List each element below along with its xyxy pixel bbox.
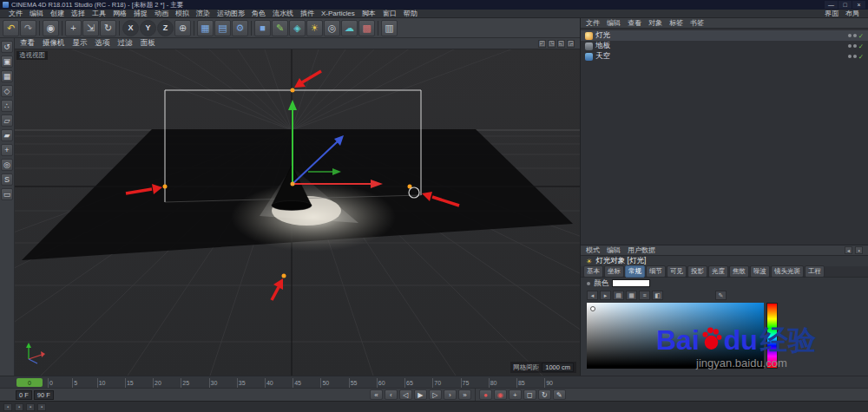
menu-plugins[interactable]: 插件 xyxy=(297,9,318,18)
tab-noise[interactable]: 噪波 xyxy=(750,265,770,278)
menu-select[interactable]: 选择 xyxy=(68,9,89,18)
record-parameter-button[interactable]: ✎ xyxy=(553,389,566,400)
history-back-icon[interactable]: ◂ xyxy=(845,246,852,254)
menu-help[interactable]: 帮助 xyxy=(400,9,421,18)
texture-mode-button[interactable]: ▦ xyxy=(1,70,13,82)
next-key-button[interactable]: › xyxy=(444,389,457,400)
om-menu-file[interactable]: 文件 xyxy=(586,18,600,28)
color-swatch[interactable] xyxy=(612,279,650,287)
add-light-button[interactable]: ☀ xyxy=(306,20,323,36)
add-spline-button[interactable]: ✎ xyxy=(272,20,288,36)
tab-visibility[interactable]: 可见 xyxy=(667,265,687,278)
scale-button[interactable]: ⇲ xyxy=(82,20,99,36)
lock-icon[interactable]: ▪ xyxy=(855,246,863,254)
swatches-icon[interactable]: ▤ xyxy=(613,291,624,300)
live-selection-button[interactable]: ◉ xyxy=(43,20,59,36)
editor-visibility-dot[interactable] xyxy=(848,44,852,48)
back-arrow-icon[interactable]: ◂ xyxy=(587,291,598,300)
menu-script[interactable]: 脚本 xyxy=(358,9,379,18)
am-menu-mode[interactable]: 模式 xyxy=(586,245,600,255)
layer-icon[interactable]: ▪ xyxy=(15,403,23,411)
tab-basic[interactable]: 基本 xyxy=(583,265,603,278)
tab-shadow[interactable]: 投影 xyxy=(687,265,707,278)
timeline-playhead[interactable]: 0 xyxy=(16,378,43,387)
vp-menu-options[interactable]: 选项 xyxy=(95,38,110,49)
minimize-button[interactable]: — xyxy=(825,1,838,9)
pane-layout-icon[interactable]: ◰ xyxy=(538,40,546,48)
vp-menu-view[interactable]: 查看 xyxy=(20,38,35,49)
add-cube-button[interactable]: ■ xyxy=(254,20,271,36)
vp-menu-camera[interactable]: 摄像机 xyxy=(43,38,65,49)
workplane-lock-button[interactable]: ▭ xyxy=(1,188,13,200)
light-object-icon[interactable] xyxy=(585,32,593,40)
lock-z-button[interactable]: Z xyxy=(157,20,174,36)
menu-pipeline[interactable]: 流水线 xyxy=(269,9,297,18)
tab-general[interactable]: 常规 xyxy=(625,265,645,278)
sky-object-icon[interactable] xyxy=(585,53,593,61)
falloff-handle-dot[interactable] xyxy=(282,274,286,278)
pane-layout-icon[interactable]: ◳ xyxy=(548,40,556,48)
record-position-button[interactable]: + xyxy=(509,389,522,400)
frame-end-field[interactable]: 90 F xyxy=(34,390,54,400)
lock-icon[interactable]: ▪ xyxy=(26,403,35,411)
vp-menu-panel[interactable]: 面板 xyxy=(141,38,155,49)
om-menu-bookmarks[interactable]: 书签 xyxy=(690,18,704,28)
object-name[interactable]: 天空 xyxy=(595,51,610,62)
message-icon[interactable]: ▪ xyxy=(3,403,12,411)
forward-arrow-icon[interactable]: ▸ xyxy=(600,291,611,300)
menu-layout[interactable]: 布局 xyxy=(842,9,863,18)
grid-icon[interactable]: ▪ xyxy=(37,403,46,411)
add-material-button[interactable]: ▩ xyxy=(358,20,375,36)
coordinate-system-button[interactable]: ⊕ xyxy=(174,20,191,36)
tab-coordinates[interactable]: 坐标 xyxy=(604,265,624,278)
sliders-icon[interactable]: ≡ xyxy=(639,291,650,300)
menu-render[interactable]: 渲染 xyxy=(193,9,214,18)
play-button[interactable]: ▶ xyxy=(414,389,427,400)
add-camera-button[interactable]: ◎ xyxy=(324,20,340,36)
pane-layout-icon[interactable]: ◲ xyxy=(567,40,575,48)
frame-start-field[interactable]: 0 F xyxy=(16,390,32,400)
timeline-ruler[interactable]: 0 0 5 10 15 20 25 30 35 40 45 50 55 60 6… xyxy=(0,376,868,388)
object-name[interactable]: 灯光 xyxy=(595,30,610,41)
record-scale-button[interactable]: ◻ xyxy=(523,389,536,400)
prev-frame-button[interactable]: ◁ xyxy=(399,389,412,400)
tab-details[interactable]: 细节 xyxy=(646,265,666,278)
tab-caustics[interactable]: 焦散 xyxy=(729,265,749,278)
autokey-button[interactable]: ◉ xyxy=(494,389,507,400)
render-visibility-dot[interactable] xyxy=(853,34,857,37)
menu-window[interactable]: 窗口 xyxy=(379,9,400,18)
om-menu-view[interactable]: 查看 xyxy=(628,18,641,28)
render-visibility-dot[interactable] xyxy=(853,55,857,58)
move-button[interactable]: + xyxy=(65,20,82,36)
viewport-canvas[interactable]: 透视视图 xyxy=(15,49,580,376)
spectrum-icon[interactable]: ▦ xyxy=(626,291,637,300)
editor-visibility-dot[interactable] xyxy=(848,34,852,37)
render-view-button[interactable]: ▦ xyxy=(197,20,214,36)
scene-svg[interactable] xyxy=(15,49,580,376)
prev-key-button[interactable]: ‹ xyxy=(385,389,398,400)
om-menu-objects[interactable]: 对象 xyxy=(648,18,662,28)
model-mode-button[interactable]: ▣ xyxy=(1,56,13,68)
menu-mesh[interactable]: 网格 xyxy=(109,9,130,18)
display-mode-button[interactable]: ▥ xyxy=(381,20,398,36)
render-settings-button[interactable]: ⚙ xyxy=(232,20,248,36)
om-menu-tags[interactable]: 标签 xyxy=(669,18,683,28)
record-rotation-button[interactable]: ↻ xyxy=(538,389,551,400)
editor-visibility-dot[interactable] xyxy=(848,55,852,58)
menu-snap[interactable]: 捕捉 xyxy=(130,9,151,18)
vp-menu-filter[interactable]: 过滤 xyxy=(118,38,133,49)
viewport-solo-button[interactable]: ◎ xyxy=(1,159,13,171)
goto-start-button[interactable]: « xyxy=(370,389,383,400)
pane-layout-icon[interactable]: ◱ xyxy=(557,40,565,48)
object-name[interactable]: 地板 xyxy=(595,41,610,51)
wheel-mode-icon[interactable]: ◧ xyxy=(652,291,663,300)
add-mograph-button[interactable]: ◈ xyxy=(289,20,306,36)
gizmo-origin[interactable] xyxy=(291,182,295,186)
object-row-sky[interactable]: 天空 ✓ xyxy=(581,51,868,62)
next-frame-button[interactable]: ▷ xyxy=(429,389,442,400)
lock-y-button[interactable]: Y xyxy=(140,20,156,36)
rotate-button[interactable]: ↻ xyxy=(100,20,116,36)
menu-character[interactable]: 角色 xyxy=(248,9,269,18)
menu-create[interactable]: 创建 xyxy=(47,9,68,18)
convert-button[interactable]: ↺ xyxy=(1,41,13,53)
